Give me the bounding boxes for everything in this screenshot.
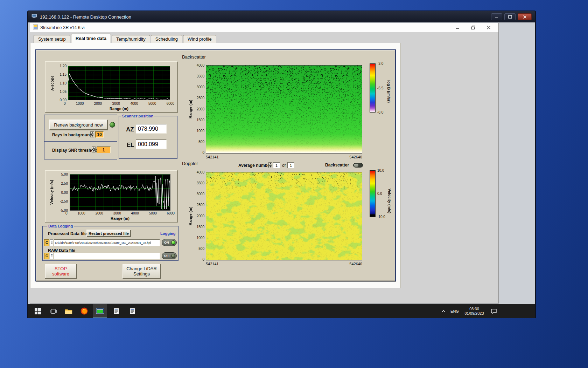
tab-scheduling[interactable]: Scheduling — [151, 35, 182, 43]
tick-label: 2000 — [95, 211, 103, 215]
az-field[interactable]: 078.990 — [136, 124, 167, 134]
chevron-up-icon — [441, 310, 446, 313]
ascope-x-ticks: 0100020003000400050006000 — [64, 102, 174, 105]
file-explorer-button[interactable] — [62, 304, 76, 318]
tick-label: 3500 — [197, 181, 204, 185]
velocity-y-ticks: 5.002.500.00-2.50-5.00 — [55, 172, 68, 212]
processed-logging-toggle-label: ON — [164, 241, 169, 244]
tick-label: 5.00 — [61, 172, 68, 176]
average-number-spinner[interactable] — [268, 162, 272, 168]
labview-close-button[interactable] — [484, 25, 493, 31]
display-snr-threshold-field[interactable]: 1 — [97, 146, 111, 153]
data-logging-box: Data Logging Processed Data file Restart… — [42, 226, 178, 261]
start-button[interactable] — [31, 304, 45, 318]
tick-label: -3.0 — [377, 62, 383, 66]
tick-label: -5.5 — [377, 86, 383, 90]
tick-label: 0 — [64, 102, 66, 105]
average-number-field[interactable]: 1 — [273, 162, 280, 168]
tick-label: 4000 — [130, 102, 138, 105]
velocity-plot — [70, 174, 170, 211]
doppler-x-end: 542640 — [349, 262, 362, 266]
tick-label: 2000 — [197, 214, 204, 218]
raw-drive-chip[interactable]: C — [44, 253, 49, 259]
language-indicator[interactable]: ENG — [449, 304, 461, 318]
tab-system-setup[interactable]: System setup — [34, 35, 70, 43]
clock[interactable]: 03:30 01/09/2023 — [461, 304, 487, 318]
processed-data-file-path[interactable]: C:\Lidar\Data\Proc\2023\202309\20230901\… — [54, 239, 160, 246]
ascope-y-axis-label: A-scope — [50, 66, 55, 100]
restart-processed-file-button[interactable]: Restart processed file — [86, 230, 131, 237]
tick-label: 3000 — [197, 85, 204, 89]
doppler-colorbar — [370, 170, 376, 217]
average-total-field[interactable]: 1 — [287, 162, 294, 168]
rays-spinner[interactable] — [90, 131, 94, 137]
tick-label: 5000 — [148, 102, 156, 105]
tick-label: 1000 — [197, 129, 204, 133]
raw-data-file-label: RAW Data file — [48, 248, 75, 253]
raw-file-icon — [50, 253, 53, 259]
backscatter-colorbar — [370, 63, 376, 113]
windows-logo-icon — [35, 308, 41, 314]
backscatter-display-toggle[interactable] — [353, 163, 363, 168]
backscatter-x-start: 542141 — [206, 155, 219, 159]
rdp-minimize-button[interactable] — [491, 13, 502, 20]
tick-label: 3000 — [112, 102, 120, 105]
task-view-button[interactable] — [46, 304, 60, 318]
background-controls-box: Renew background now Rays in background … — [44, 115, 117, 141]
notes-icon — [130, 308, 135, 314]
folder-icon — [65, 308, 72, 314]
tick-label: 1000 — [76, 102, 84, 105]
change-lidar-settings-button[interactable]: Change LiDAR Settings — [122, 264, 161, 279]
rays-in-background-field[interactable]: 10 — [95, 131, 104, 138]
taskbar: ENG 03:30 01/09/2023 — [28, 304, 535, 318]
tick-label: 3000 — [113, 211, 121, 215]
rdp-maximize-button[interactable] — [504, 13, 516, 20]
tab-wind-profile[interactable]: Wind profile — [183, 35, 216, 43]
velocity-plot-group: Velocity (m/s) 5.002.500.00-2.50-5.00 01… — [45, 170, 178, 223]
labview-app-icon — [33, 25, 38, 31]
tick-label: 4000 — [197, 170, 204, 174]
raw-logging-toggle[interactable]: OFF — [162, 252, 177, 259]
labview-minimize-button[interactable] — [453, 25, 463, 31]
snr-threshold-box: Display SNR threshold 1 — [44, 141, 117, 159]
pinned-app-button-2[interactable] — [125, 304, 139, 318]
stop-software-button[interactable]: STOP software — [45, 264, 77, 279]
tick-label: 1.05 — [60, 90, 66, 94]
tab-real-time-data[interactable]: Real time data — [71, 34, 111, 43]
az-label: AZ — [126, 126, 134, 133]
doppler-y-axis-label: Range (m) — [188, 172, 193, 260]
backscatter-toggle-label: Backscatter — [325, 163, 349, 168]
action-center-button[interactable] — [488, 304, 500, 318]
doppler-x-ticks: 542141 542640 — [206, 262, 362, 266]
tick-label: 3500 — [197, 74, 204, 78]
processed-logging-toggle[interactable]: ON — [162, 239, 177, 246]
tick-label: 0 — [65, 211, 68, 215]
tick-label: 2.50 — [61, 182, 68, 185]
processed-drive-chip[interactable]: C — [44, 239, 49, 246]
renew-background-button[interactable]: Renew background now — [49, 120, 108, 130]
raw-data-file-path[interactable] — [54, 253, 160, 259]
tick-label: 0.0 — [377, 192, 382, 196]
snr-spinner[interactable] — [92, 146, 96, 152]
language-label: ENG — [450, 309, 459, 313]
tray-expand-button[interactable] — [439, 304, 448, 318]
tick-label: 1000 — [197, 236, 204, 240]
tick-label: 4000 — [131, 211, 139, 215]
el-field[interactable]: 000.099 — [136, 139, 167, 149]
backscatter-x-ticks: 542141 542640 — [206, 155, 362, 159]
tick-label: 2500 — [197, 203, 204, 207]
rdp-titlebar[interactable]: 192.168.0.122 - Remote Desktop Connectio… — [28, 11, 535, 22]
tab-temp-humidity[interactable]: Temp/humidity — [112, 35, 150, 43]
average-of-label: of — [282, 163, 286, 168]
streamline-app-button[interactable] — [93, 304, 107, 318]
labview-titlebar[interactable]: StreamLine XR v14-6.vi — [30, 23, 498, 32]
rdp-close-button[interactable] — [518, 13, 532, 20]
streamline-app-icon — [96, 308, 104, 314]
pinned-app-button-1[interactable] — [109, 304, 123, 318]
main-panel: A-scope 1.201.151.101.050.99 01000200030… — [35, 49, 396, 281]
labview-restore-button[interactable] — [468, 25, 478, 31]
firefox-button[interactable] — [77, 304, 91, 318]
labview-window: StreamLine XR v14-6.vi System setup Real… — [30, 23, 499, 304]
backscatter-y-axis-label: Range (m) — [188, 65, 193, 153]
clock-date: 01/09/2023 — [464, 311, 484, 316]
